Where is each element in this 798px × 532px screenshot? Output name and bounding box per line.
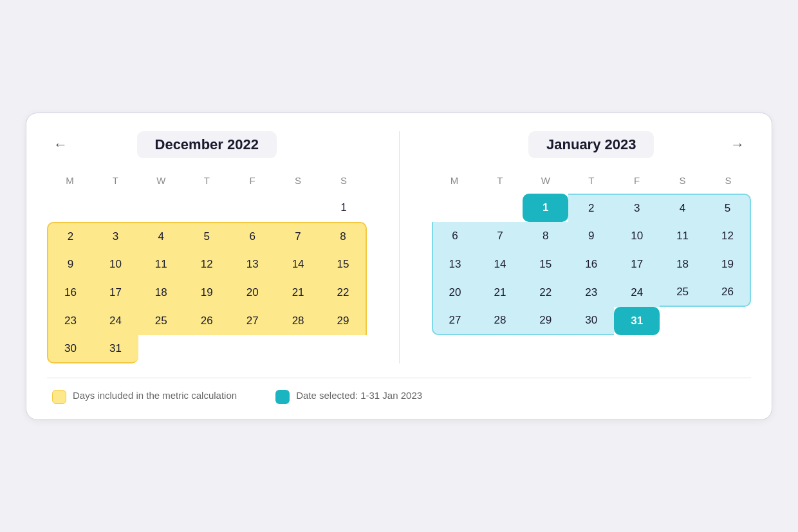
yellow-legend-text: Days included in the metric calculation (73, 389, 237, 402)
dec-day-15[interactable]: 15 (321, 250, 367, 279)
jan-day-header-w: W (523, 170, 568, 194)
dec-day-29[interactable]: 29 (321, 307, 367, 335)
jan-day-27[interactable]: 27 (432, 307, 478, 335)
jan-day-10[interactable]: 10 (614, 222, 660, 250)
dec-day-23[interactable]: 23 (47, 307, 93, 335)
day-header-s1: S (275, 170, 321, 194)
dec-day-31[interactable]: 31 (93, 335, 138, 363)
jan-day-23[interactable]: 23 (568, 279, 614, 307)
dec-day-21[interactable]: 21 (275, 279, 321, 307)
dec-day-9[interactable]: 9 (47, 250, 93, 279)
jan-day-24[interactable]: 24 (614, 279, 660, 307)
jan-day-15[interactable]: 15 (523, 250, 568, 279)
jan-day-2[interactable]: 2 (568, 194, 614, 222)
day-header-f: F (230, 170, 275, 194)
dec-day-1[interactable]: 1 (321, 194, 367, 222)
teal-legend-text: Date selected: 1-31 Jan 2023 (296, 389, 422, 402)
day-header-t2: T (184, 170, 230, 194)
dec-day-10[interactable]: 10 (93, 250, 138, 279)
prev-month-button[interactable]: ← (47, 134, 74, 156)
calendar-divider (399, 131, 400, 363)
jan-day-9[interactable]: 9 (568, 222, 614, 250)
dec-empty (93, 194, 138, 222)
jan-day-5[interactable]: 5 (705, 194, 751, 222)
jan-day-25[interactable]: 25 (660, 279, 705, 307)
dec-empty (230, 335, 275, 363)
legend: Days included in the metric calculation … (47, 389, 751, 404)
jan-day-header-s1: S (660, 170, 705, 194)
december-calendar: ← December 2022 M T W T F S S 1 (47, 131, 367, 363)
dec-day-16[interactable]: 16 (47, 279, 93, 307)
jan-day-header-t1: T (477, 170, 523, 194)
dec-day-20[interactable]: 20 (230, 279, 275, 307)
jan-day-28[interactable]: 28 (477, 307, 523, 335)
dec-day-12[interactable]: 12 (184, 250, 230, 279)
dec-day-25[interactable]: 25 (138, 307, 184, 335)
jan-day-19[interactable]: 19 (705, 250, 751, 279)
jan-day-22[interactable]: 22 (523, 279, 568, 307)
dec-day-4[interactable]: 4 (138, 222, 184, 250)
dec-day-11[interactable]: 11 (138, 250, 184, 279)
dec-empty (230, 194, 275, 222)
jan-empty (432, 194, 478, 222)
jan-day-14[interactable]: 14 (477, 250, 523, 279)
dec-day-17[interactable]: 17 (93, 279, 138, 307)
dec-empty (275, 335, 321, 363)
dec-day-14[interactable]: 14 (275, 250, 321, 279)
jan-day-29[interactable]: 29 (523, 307, 568, 335)
dec-day-5[interactable]: 5 (184, 222, 230, 250)
legend-teal: Date selected: 1-31 Jan 2023 (275, 389, 422, 404)
dec-day-19[interactable]: 19 (184, 279, 230, 307)
jan-day-31[interactable]: 31 (614, 307, 660, 335)
dec-day-6[interactable]: 6 (230, 222, 275, 250)
dec-day-30[interactable]: 30 (47, 335, 93, 363)
yellow-swatch (52, 390, 66, 404)
jan-day-4[interactable]: 4 (660, 194, 705, 222)
dec-empty (275, 194, 321, 222)
dec-day-3[interactable]: 3 (93, 222, 138, 250)
jan-day-16[interactable]: 16 (568, 250, 614, 279)
dec-empty (184, 194, 230, 222)
legend-yellow: Days included in the metric calculation (52, 389, 237, 404)
jan-day-3[interactable]: 3 (614, 194, 660, 222)
dec-day-26[interactable]: 26 (184, 307, 230, 335)
dec-day-2[interactable]: 2 (47, 222, 93, 250)
dec-day-7[interactable]: 7 (275, 222, 321, 250)
jan-day-12[interactable]: 12 (705, 222, 751, 250)
jan-day-1[interactable]: 1 (523, 194, 568, 222)
jan-day-26[interactable]: 26 (705, 279, 751, 307)
dec-day-27[interactable]: 27 (230, 307, 275, 335)
next-month-button[interactable]: → (724, 134, 751, 156)
jan-day-8[interactable]: 8 (523, 222, 568, 250)
dec-empty (138, 335, 184, 363)
jan-day-30[interactable]: 30 (568, 307, 614, 335)
jan-day-18[interactable]: 18 (660, 250, 705, 279)
dec-day-8[interactable]: 8 (321, 222, 367, 250)
january-title: January 2023 (528, 131, 654, 158)
jan-day-header-s2: S (705, 170, 751, 194)
december-title: December 2022 (137, 131, 277, 158)
dec-day-13[interactable]: 13 (230, 250, 275, 279)
jan-day-6[interactable]: 6 (432, 222, 478, 250)
teal-swatch (275, 390, 290, 404)
legend-divider (47, 378, 751, 378)
january-calendar: January 2023 → M T W T F S S 1 2 3 (432, 131, 752, 335)
dec-day-18[interactable]: 18 (138, 279, 184, 307)
jan-day-21[interactable]: 21 (477, 279, 523, 307)
day-header-m: M (47, 170, 93, 194)
dec-day-24[interactable]: 24 (93, 307, 138, 335)
dec-day-22[interactable]: 22 (321, 279, 367, 307)
jan-empty (660, 307, 705, 335)
calendars-row: ← December 2022 M T W T F S S 1 (47, 131, 751, 363)
dec-day-28[interactable]: 28 (275, 307, 321, 335)
jan-day-11[interactable]: 11 (660, 222, 705, 250)
jan-day-17[interactable]: 17 (614, 250, 660, 279)
jan-day-7[interactable]: 7 (477, 222, 523, 250)
jan-day-header-t2: T (568, 170, 614, 194)
jan-day-20[interactable]: 20 (432, 279, 478, 307)
jan-day-13[interactable]: 13 (432, 250, 478, 279)
dec-empty (47, 194, 93, 222)
jan-empty (477, 194, 523, 222)
december-header: ← December 2022 (47, 131, 367, 158)
day-header-w: W (138, 170, 184, 194)
